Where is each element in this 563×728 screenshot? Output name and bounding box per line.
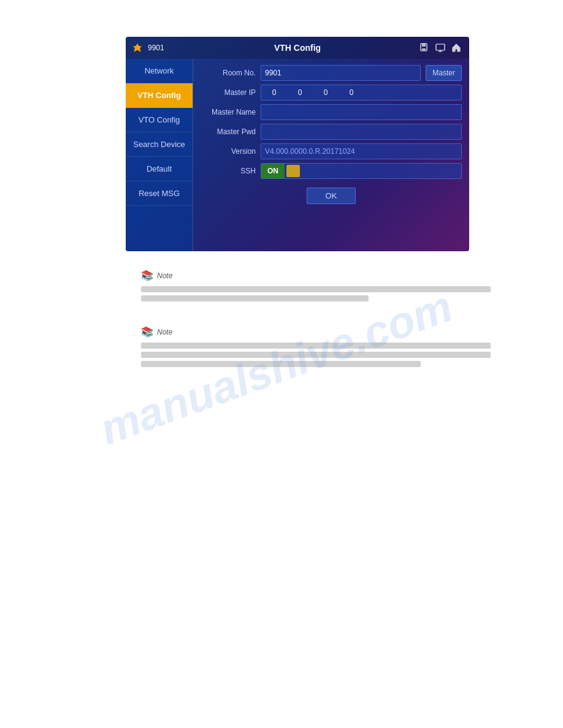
panel-body: Network VTH Config VTO Config Search Dev… xyxy=(126,59,469,251)
ip-group xyxy=(261,85,462,100)
note-2-icon: 📚 xyxy=(141,326,153,338)
sidebar-item-default[interactable]: Default xyxy=(126,157,193,181)
device-id: 9901 xyxy=(148,44,164,52)
sidebar: Network VTH Config VTO Config Search Dev… xyxy=(126,59,193,251)
note-1-icon: 📚 xyxy=(141,270,153,281)
ssh-slider xyxy=(286,165,300,177)
ssh-on-label: ON xyxy=(261,164,285,178)
note-block-1: 📚 Note xyxy=(141,270,491,301)
svg-rect-1 xyxy=(422,44,426,47)
sidebar-item-vth-config[interactable]: VTH Config xyxy=(126,83,193,108)
note-2-header: 📚 Note xyxy=(141,326,491,338)
notes-section: 📚 Note 📚 Note xyxy=(141,270,491,392)
master-name-row: Master Name xyxy=(201,104,462,120)
svg-rect-2 xyxy=(422,48,426,50)
location-icon xyxy=(133,44,142,52)
ok-row: OK xyxy=(201,188,462,204)
sidebar-item-vto-config[interactable]: VTO Config xyxy=(126,108,193,132)
room-no-input[interactable] xyxy=(261,65,421,81)
device-panel: 9901 VTH Config xyxy=(126,37,469,251)
note-2-line-2 xyxy=(141,352,491,358)
ok-button[interactable]: OK xyxy=(307,188,356,204)
master-button[interactable]: Master xyxy=(426,65,462,81)
master-ip-row: Master IP xyxy=(201,85,462,100)
panel-header-right xyxy=(419,42,462,53)
note-1-line-1 xyxy=(141,286,491,292)
note-1-header: 📚 Note xyxy=(141,270,491,281)
master-pwd-label: Master Pwd xyxy=(201,127,256,136)
master-pwd-row: Master Pwd xyxy=(201,124,462,140)
ssh-label: SSH xyxy=(201,167,256,175)
ip-seg-4[interactable] xyxy=(342,88,361,97)
sidebar-item-search-device[interactable]: Search Device xyxy=(126,132,193,157)
version-label: Version xyxy=(201,147,256,156)
master-name-label: Master Name xyxy=(201,108,256,116)
master-ip-label: Master IP xyxy=(201,88,256,97)
note-block-2: 📚 Note xyxy=(141,326,491,367)
panel-header-left: 9901 xyxy=(133,44,164,52)
panel-title: VTH Config xyxy=(274,43,321,53)
note-2-line-3 xyxy=(141,361,421,367)
master-pwd-input[interactable] xyxy=(261,124,462,140)
main-content: Room No. Master Master IP xyxy=(193,59,469,251)
room-no-label: Room No. xyxy=(201,69,256,77)
home-icon[interactable] xyxy=(451,42,462,53)
note-1-line-2 xyxy=(141,295,369,301)
master-name-input[interactable] xyxy=(261,104,462,120)
ip-seg-1[interactable] xyxy=(265,88,283,97)
note-2-label: Note xyxy=(157,328,172,336)
save-icon[interactable] xyxy=(419,42,430,53)
version-input xyxy=(261,143,462,159)
room-no-row: Room No. Master xyxy=(201,65,462,81)
ip-seg-3[interactable] xyxy=(316,88,335,97)
ssh-row: SSH ON xyxy=(201,163,462,179)
ssh-toggle[interactable]: ON xyxy=(261,163,462,179)
note-1-label: Note xyxy=(157,271,172,280)
panel-header: 9901 VTH Config xyxy=(126,37,469,59)
sidebar-item-reset-msg[interactable]: Reset MSG xyxy=(126,181,193,206)
ip-seg-2[interactable] xyxy=(291,88,309,97)
version-row: Version xyxy=(201,143,462,159)
screen-icon[interactable] xyxy=(435,42,446,53)
note-2-line-1 xyxy=(141,343,491,349)
svg-rect-3 xyxy=(436,44,445,50)
sidebar-item-network[interactable]: Network xyxy=(126,59,193,83)
